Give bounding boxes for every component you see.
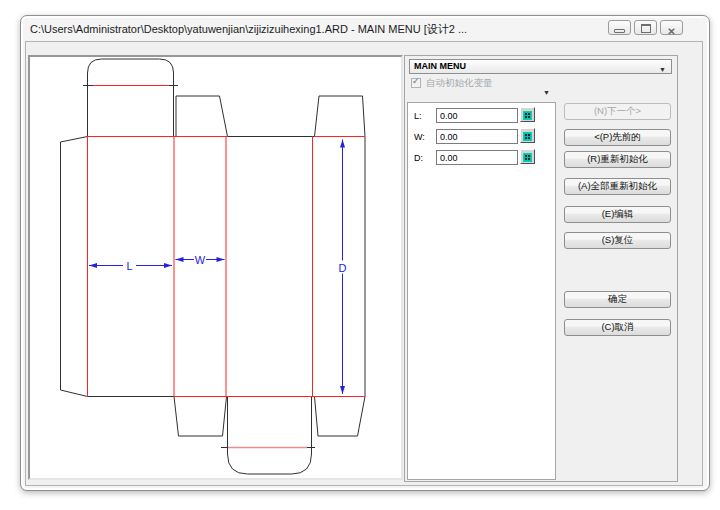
reinitialize-button[interactable]: (R)重新初始化 xyxy=(564,151,671,168)
cancel-button[interactable]: (C)取消 xyxy=(564,319,671,336)
maximize-button[interactable] xyxy=(634,20,657,35)
auto-init-label: 自动初始化变量 xyxy=(426,77,493,90)
reinitialize-all-button[interactable]: (A)全部重新初始化 xyxy=(564,178,671,195)
field-input-W[interactable] xyxy=(436,129,518,144)
arrowhead-L-left xyxy=(89,263,97,268)
arrowhead-D-top xyxy=(340,140,345,148)
reset-button[interactable]: (S)复位 xyxy=(564,232,671,249)
arrowhead-D-bottom xyxy=(340,386,345,394)
chevron-down-icon: ▼ xyxy=(659,63,666,76)
dimension-label-W: W xyxy=(195,254,206,266)
window-title: C:\Users\Administrator\Desktop\yatuwenji… xyxy=(30,22,599,37)
bottom-dust-flap-1-outline xyxy=(174,397,227,437)
app-window: C:\Users\Administrator\Desktop\yatuwenji… xyxy=(20,15,710,491)
minimize-button[interactable] xyxy=(608,20,631,35)
field-label-L: L: xyxy=(414,111,422,121)
minimize-icon xyxy=(614,29,625,33)
calculator-icon xyxy=(523,153,532,162)
menu-parameter-panel: MAIN MENU ▼ ✓ 自动初始化变量 ▼ L: xyxy=(404,55,678,482)
field-input-D[interactable] xyxy=(436,150,518,165)
menu-dropdown-value: MAIN MENU xyxy=(414,61,466,71)
dieline-drawing: L W D xyxy=(30,57,401,478)
section-arrow-icon[interactable]: ▼ xyxy=(543,89,550,96)
panel-crease-lines xyxy=(88,137,313,397)
dimension-label-D: D xyxy=(339,262,347,274)
glue-flap-outline xyxy=(61,137,88,397)
field-expression-button-D[interactable] xyxy=(520,149,535,164)
dieline-preview-canvas[interactable]: L W D xyxy=(28,55,403,480)
field-label-W: W: xyxy=(414,132,425,142)
menu-dropdown[interactable]: MAIN MENU ▼ xyxy=(409,59,672,74)
previous-button[interactable]: <(P)先前的 xyxy=(564,129,671,146)
arrowhead-W-right xyxy=(217,257,225,262)
field-expression-button-L[interactable] xyxy=(520,107,535,122)
edit-button[interactable]: (E)编辑 xyxy=(564,206,671,223)
auto-init-checkbox[interactable]: ✓ xyxy=(411,78,421,88)
ok-button[interactable]: 确定 xyxy=(564,291,671,308)
close-icon: ✕ xyxy=(667,26,675,37)
maximize-icon xyxy=(641,24,651,33)
close-button[interactable]: ✕ xyxy=(660,20,683,35)
screen: C:\Users\Administrator\Desktop\yatuwenji… xyxy=(0,0,720,510)
next-button[interactable]: (N)下一个> xyxy=(564,103,671,120)
field-input-L[interactable] xyxy=(436,108,518,123)
check-mark-icon: ✓ xyxy=(412,76,420,86)
variable-list-panel: L: W: D: xyxy=(407,102,556,480)
bottom-tuck-flap-outline xyxy=(228,397,312,475)
arrowhead-W-left xyxy=(176,257,184,262)
calculator-icon xyxy=(523,111,532,120)
top-tuck-flap-outline xyxy=(88,59,174,137)
top-dust-flap-1-outline xyxy=(176,96,228,137)
dimension-label-L: L xyxy=(126,260,132,272)
field-row-L: L: xyxy=(408,108,555,125)
field-expression-button-W[interactable] xyxy=(520,128,535,143)
top-dust-flap-2-outline xyxy=(315,96,366,137)
bottom-dust-flap-2-outline xyxy=(315,397,366,437)
calculator-icon xyxy=(523,132,532,141)
field-label-D: D: xyxy=(414,153,423,163)
field-row-W: W: xyxy=(408,129,555,146)
title-bar[interactable]: C:\Users\Administrator\Desktop\yatuwenji… xyxy=(21,16,709,41)
field-row-D: D: xyxy=(408,150,555,167)
arrowhead-L-right xyxy=(164,263,172,268)
